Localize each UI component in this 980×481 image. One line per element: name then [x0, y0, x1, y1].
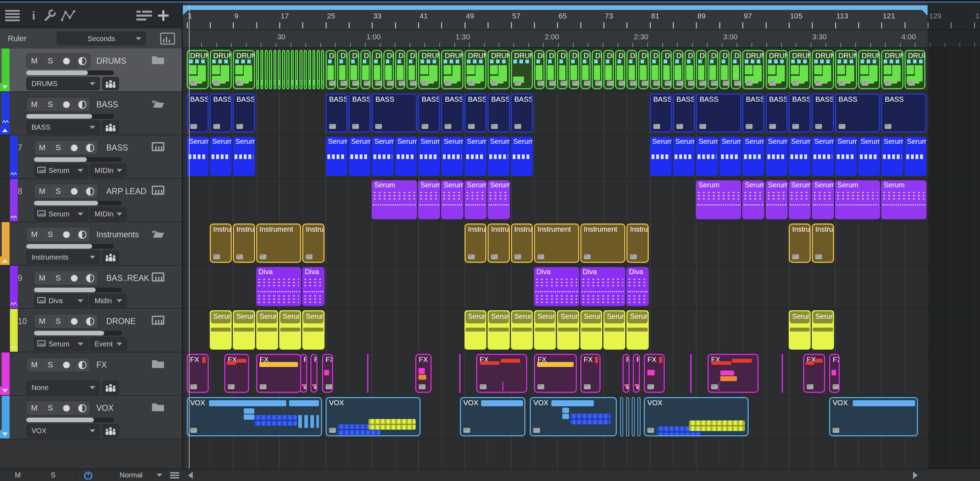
clip-drums[interactable]: DRUMS	[742, 50, 764, 89]
folder-closed-icon[interactable]	[152, 359, 164, 370]
clip-drums[interactable]: DRUMS	[684, 50, 695, 89]
midi-input-select[interactable]: MidIn	[89, 294, 127, 308]
clip-fx[interactable]: FX	[224, 354, 250, 393]
clip-drone[interactable]: Serum	[256, 310, 278, 349]
clip-bass[interactable]: BASS	[650, 94, 672, 132]
solo-button[interactable]: S	[50, 314, 66, 329]
power-icon[interactable]	[79, 469, 98, 481]
clip-fx[interactable]: FX	[633, 354, 640, 393]
volume-slider[interactable]	[34, 287, 122, 292]
track-lane-bass[interactable]: SerumSerumSerumSerumSerumSerumSerumSerum…	[182, 135, 980, 179]
automation-icon[interactable]	[10, 343, 18, 352]
clip-bass[interactable]: Serum	[812, 137, 834, 176]
clip-drone[interactable]: Serum	[812, 310, 834, 349]
clip-drums[interactable]: DRUMS	[858, 50, 880, 89]
track-header-bass[interactable]: MSBASSBASS	[0, 92, 182, 135]
midi-input-select[interactable]: MIDIn	[89, 164, 127, 177]
track-lane-bas-reak[interactable]: DivaDivaDivaDivaDiva	[182, 266, 980, 309]
clip-drums[interactable]	[317, 50, 320, 89]
clip-bass[interactable]: Serum	[511, 137, 533, 176]
clip-drums[interactable]: DRUMS	[719, 50, 730, 89]
clip-fx[interactable]: FX	[803, 354, 825, 393]
track-header-vox[interactable]: MSVOXVOX	[0, 396, 182, 439]
clip-bass[interactable]: BASS	[812, 94, 834, 132]
track-lane-arp-lead[interactable]: SerumSerumSerumSerumSerumSerumSerumSerum…	[182, 179, 980, 222]
clip-bas-reak[interactable]: Diva	[580, 267, 626, 306]
clip-drums[interactable]	[308, 50, 311, 89]
clip-bass[interactable]: Serum	[881, 137, 903, 176]
record-arm-button[interactable]	[66, 141, 82, 155]
clip-drone[interactable]: Serum	[789, 310, 811, 349]
clip-bass[interactable]: BASS	[742, 94, 764, 132]
clip-instruments[interactable]: Instrument	[789, 224, 811, 263]
clip-bass[interactable]: Serum	[395, 137, 417, 176]
clip-instruments[interactable]: Instrument	[534, 224, 579, 263]
record-arm-button[interactable]	[66, 271, 82, 285]
folder-open-icon[interactable]	[152, 98, 164, 110]
clip-drums[interactable]: DRUMS	[835, 50, 857, 89]
clip-instruments[interactable]: Instrument	[812, 224, 834, 263]
clip-drums[interactable]	[304, 50, 307, 89]
clip-bass[interactable]: BASS	[881, 94, 926, 132]
clip-drums[interactable]: DRUMS	[418, 50, 440, 89]
clip-bass[interactable]: BASS	[696, 94, 741, 132]
group-button[interactable]	[102, 77, 119, 90]
clip-drums[interactable]: DRUMS	[603, 50, 614, 89]
clip-arp-lead[interactable]: Serum	[742, 180, 764, 219]
midi-input-select[interactable]: Event	[89, 337, 127, 351]
add-track-icon[interactable]	[155, 8, 172, 24]
menu-icon[interactable]	[4, 8, 21, 24]
volume-slider[interactable]	[34, 201, 122, 205]
monitor-button[interactable]	[82, 314, 98, 329]
clip-fx[interactable]: FX	[534, 354, 577, 393]
clip-bass[interactable]: Serum	[858, 137, 880, 176]
clip-bass[interactable]: BASS	[465, 94, 487, 132]
clip-bass[interactable]: Serum	[650, 137, 672, 176]
clip-drums[interactable]: DRUMS	[534, 50, 544, 89]
clip-drums[interactable]: DRUMS	[708, 50, 718, 89]
clip-fx[interactable]: FX	[829, 354, 840, 393]
clip-drums[interactable]	[261, 50, 263, 89]
clip-vox[interactable]: VOX	[326, 397, 420, 437]
clip-drums[interactable]: DRUMS	[569, 50, 579, 89]
clip-drums[interactable]	[299, 50, 302, 89]
clip-drums[interactable]: DRUMS	[661, 50, 672, 89]
solo-button[interactable]: S	[43, 97, 59, 111]
clip-drums[interactable]: DRUMS	[592, 50, 602, 89]
track-header-arp-lead[interactable]: 8MSARP LEADSerumMIDIn	[0, 179, 182, 222]
clip-bass[interactable]: Serum	[673, 137, 695, 176]
clip-arp-lead[interactable]: Serum	[812, 180, 834, 219]
clip-sliver-fx[interactable]	[690, 354, 692, 393]
clip-bass[interactable]: BASS	[835, 94, 880, 132]
clip-bass[interactable]: Serum	[465, 137, 487, 176]
clip-fx[interactable]: FX	[415, 354, 431, 393]
clip-bass[interactable]: Serum	[372, 137, 394, 176]
clip-drone[interactable]: Serum	[487, 310, 509, 349]
clip-bass[interactable]: BASS	[441, 94, 463, 132]
clip-bass[interactable]: BASS	[326, 94, 348, 132]
clip-drums[interactable]: DRUMS	[487, 50, 509, 89]
track-header-fx[interactable]: MSFXNone	[0, 352, 182, 396]
volume-slider[interactable]	[26, 70, 114, 75]
instrument-select[interactable]: Serum	[34, 164, 88, 177]
clip-bass[interactable]: BASS	[418, 94, 440, 132]
clip-bass[interactable]: Serum	[487, 137, 509, 176]
record-arm-button[interactable]	[66, 184, 82, 198]
track-output-select[interactable]: Instruments	[26, 251, 100, 264]
clip-drums[interactable]: DRUMS	[383, 50, 394, 89]
clip-arp-lead[interactable]: Serum	[487, 180, 509, 219]
track-output-select[interactable]: VOX	[26, 424, 100, 437]
info-icon[interactable]: i	[25, 8, 42, 24]
clip-fx[interactable]: FX	[322, 354, 333, 393]
scroll-right-icon[interactable]	[910, 469, 921, 481]
clip-drums[interactable]	[269, 50, 272, 89]
arrangement-area[interactable]: DRUMSDRUMSDRUMSDRUMSDRUMSDRUMSDRUMSDRUMS…	[182, 48, 980, 469]
clip-drums[interactable]	[256, 50, 259, 89]
clip-arp-lead[interactable]: Serum	[881, 180, 926, 219]
clip-sliver-fx[interactable]	[459, 354, 461, 393]
monitor-button[interactable]	[75, 54, 90, 68]
record-arm-button[interactable]	[59, 358, 75, 372]
track-header-drums[interactable]: MSDRUMSDRUMS	[0, 49, 182, 92]
mute-button[interactable]: M	[34, 141, 50, 155]
clip-drums[interactable]: DRUMS	[881, 50, 903, 89]
